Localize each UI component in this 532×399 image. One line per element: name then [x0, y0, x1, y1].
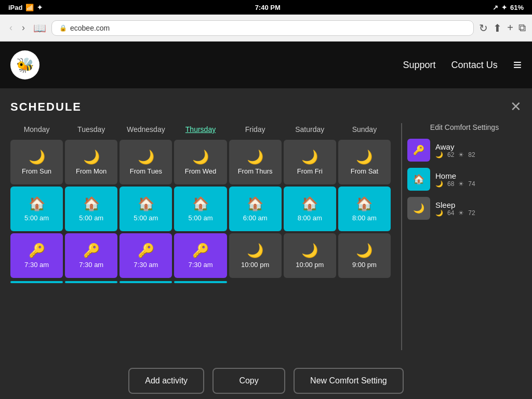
card-label: 10:00 pm — [296, 261, 324, 269]
card-mon-home[interactable]: 🏠 5:00 am — [10, 187, 63, 231]
away-info: Away 🌙 62 ☀ 82 — [435, 142, 475, 158]
card-tue-sleep[interactable]: 🌙 From Mon — [65, 140, 117, 184]
home-icon: 🏠 — [29, 196, 45, 212]
comfort-panel-title: Edit Comfort Settings — [407, 123, 522, 131]
bookmark-button[interactable]: 📖 — [33, 22, 46, 34]
carrier-label: iPad — [8, 4, 22, 11]
comfort-sleep[interactable]: 🌙 Sleep 🌙 64 ☀ 72 — [407, 197, 522, 220]
col-tue: 🌙 From Mon — [65, 140, 117, 184]
card-sun-home[interactable]: 🏠 8:00 am — [338, 187, 391, 231]
card-label: From Sun — [22, 167, 51, 175]
away-cool: 62 — [447, 151, 454, 158]
schedule-header: SCHEDULE ✕ — [10, 99, 522, 115]
sleep-icon: 🌙 — [356, 243, 373, 259]
home-icon: 🏠 — [83, 196, 100, 212]
away-icon: 🔑 — [192, 243, 209, 259]
away-name: Away — [435, 142, 475, 151]
col-mon: 🔑 7:30 am — [10, 233, 63, 283]
tabs-button[interactable]: ⧉ — [518, 22, 526, 34]
col-fri: 🌙 From Thurs — [229, 140, 282, 184]
row-sleep: 🌙 From Sun 🌙 From Mon 🌙 From Tu — [10, 140, 396, 184]
day-thursday: Thursday — [174, 123, 227, 136]
scroll-indicator — [174, 281, 227, 283]
col-sun: 🏠 8:00 am — [338, 187, 391, 231]
card-sat-home[interactable]: 🏠 8:00 am — [284, 187, 336, 231]
contact-link[interactable]: Contact Us — [451, 60, 498, 71]
card-mon-sleep[interactable]: 🌙 From Sun — [10, 140, 63, 184]
card-label: 8:00 am — [298, 214, 322, 222]
card-fri-sleep2[interactable]: 🌙 10:00 pm — [229, 233, 282, 278]
away-icon-box: 🔑 — [407, 139, 430, 162]
card-tue-away[interactable]: 🔑 7:30 am — [65, 233, 117, 278]
logo: 🐝 — [10, 50, 39, 79]
card-wed-sleep[interactable]: 🌙 From Tues — [119, 140, 172, 184]
home-moon-icon: 🌙 — [435, 180, 443, 188]
card-wed-home[interactable]: 🏠 5:00 am — [119, 187, 172, 231]
sleep-moon-icon2: 🌙 — [435, 209, 443, 217]
card-tue-home[interactable]: 🏠 5:00 am — [65, 187, 117, 231]
time-label: 7:40 PM — [255, 4, 281, 11]
card-label: 7:30 am — [189, 261, 213, 269]
address-bar[interactable]: 🔒 ecobee.com — [51, 20, 474, 36]
away-icon: 🔑 — [83, 243, 100, 259]
back-button[interactable]: ‹ — [6, 20, 16, 35]
away-key-icon: 🔑 — [413, 144, 424, 156]
card-label: 10:00 pm — [241, 261, 269, 269]
col-mon: 🌙 From Sun — [10, 140, 63, 184]
card-thu-away[interactable]: 🔑 7:30 am — [174, 233, 227, 278]
col-sat: 🌙 From Fri — [284, 140, 336, 184]
day-saturday: Saturday — [284, 123, 336, 136]
sleep-temps: 🌙 64 ☀ 72 — [435, 209, 475, 217]
app-header: 🐝 Support Contact Us ≡ — [0, 42, 532, 88]
home-house-icon: 🏠 — [413, 174, 424, 185]
card-sun-sleep[interactable]: 🌙 From Sat — [338, 140, 391, 184]
header-nav: Support Contact Us ≡ — [403, 57, 522, 73]
support-link[interactable]: Support — [403, 60, 436, 71]
sleep-icon: 🌙 — [29, 149, 45, 165]
card-label: 7:30 am — [79, 261, 103, 269]
card-wed-away[interactable]: 🔑 7:30 am — [119, 233, 172, 278]
card-fri-sleep[interactable]: 🌙 From Thurs — [229, 140, 282, 184]
card-mon-away[interactable]: 🔑 7:30 am — [10, 233, 63, 278]
card-label: 7:30 am — [24, 261, 49, 269]
card-sat-sleep[interactable]: 🌙 From Fri — [284, 140, 336, 184]
card-sun-sleep2[interactable]: 🌙 9:00 pm — [338, 233, 391, 278]
share-button[interactable]: ⬆ — [493, 22, 502, 34]
comfort-away[interactable]: 🔑 Away 🌙 62 ☀ 82 — [407, 139, 522, 162]
card-thu-home[interactable]: 🏠 5:00 am — [174, 187, 227, 231]
day-tuesday: Tuesday — [65, 123, 117, 136]
card-label: 5:00 am — [134, 214, 158, 222]
card-label: 5:00 am — [189, 214, 213, 222]
col-mon: 🏠 5:00 am — [10, 187, 63, 231]
status-bar: iPad 📶 ✦ 7:40 PM ↗ ✦ 61% — [0, 0, 532, 15]
col-thu: 🔑 7:30 am — [174, 233, 227, 283]
add-activity-button[interactable]: Add activity — [128, 368, 204, 394]
col-sun: 🌙 From Sat — [338, 140, 391, 184]
card-thu-sleep[interactable]: 🌙 From Wed — [174, 140, 227, 184]
away-icon: 🔑 — [138, 243, 154, 259]
card-label: 9:00 pm — [352, 261, 377, 269]
col-fri: 🌙 10:00 pm — [229, 233, 282, 283]
refresh-button[interactable]: ↻ — [479, 22, 488, 34]
new-comfort-setting-button[interactable]: New Comfort Setting — [294, 368, 404, 394]
schedule-body: Monday Tuesday Wednesday Thursday Friday… — [10, 123, 522, 350]
bluetooth-icon: ✦ — [501, 4, 507, 11]
comfort-home[interactable]: 🏠 Home 🌙 68 ☀ 74 — [407, 168, 522, 191]
wifi-icon: 📶 — [25, 4, 34, 11]
col-tue: 🏠 5:00 am — [65, 187, 117, 231]
battery-label: 61% — [510, 4, 524, 11]
card-fri-home[interactable]: 🏠 6:00 am — [229, 187, 282, 231]
card-label: 5:00 am — [79, 214, 103, 222]
home-sun-icon: ☀ — [458, 180, 464, 188]
forward-button[interactable]: › — [19, 20, 28, 35]
col-wed: 🔑 7:30 am — [119, 233, 172, 283]
close-button[interactable]: ✕ — [510, 99, 522, 115]
new-tab-button[interactable]: + — [507, 22, 513, 34]
copy-button[interactable]: Copy — [212, 368, 285, 394]
home-icon: 🏠 — [301, 196, 318, 212]
browser-bar: ‹ › 📖 🔒 ecobee.com ↻ ⬆ + ⧉ — [0, 15, 532, 42]
card-sat-sleep2[interactable]: 🌙 10:00 pm — [284, 233, 336, 278]
away-temps: 🌙 62 ☀ 82 — [435, 151, 475, 158]
home-temps: 🌙 68 ☀ 74 — [435, 180, 475, 188]
hamburger-menu[interactable]: ≡ — [513, 57, 522, 73]
